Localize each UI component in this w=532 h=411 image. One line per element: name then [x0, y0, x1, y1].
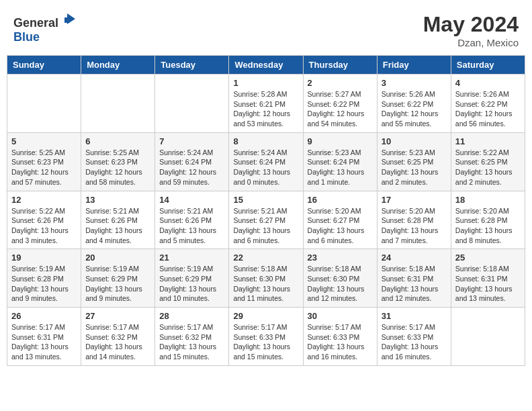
- svg-marker-0: [67, 13, 75, 24]
- day-number: 11: [455, 136, 521, 146]
- calendar-cell: 2Sunrise: 5:27 AM Sunset: 6:22 PM Daylig…: [303, 75, 377, 133]
- day-info: Sunrise: 5:24 AM Sunset: 6:24 PM Dayligh…: [233, 148, 298, 187]
- day-number: 9: [308, 136, 373, 146]
- calendar-cell: 6Sunrise: 5:25 AM Sunset: 6:23 PM Daylig…: [81, 132, 155, 191]
- calendar-header-row: SundayMondayTuesdayWednesdayThursdayFrid…: [7, 56, 525, 75]
- calendar-cell: 20Sunrise: 5:19 AM Sunset: 6:29 PM Dayli…: [81, 249, 155, 308]
- calendar-cell: 18Sunrise: 5:20 AM Sunset: 6:28 PM Dayli…: [451, 191, 525, 249]
- day-number: 10: [382, 136, 447, 146]
- col-header-monday: Monday: [81, 56, 155, 75]
- day-number: 8: [233, 136, 298, 146]
- day-number: 19: [11, 253, 77, 263]
- day-info: Sunrise: 5:20 AM Sunset: 6:28 PM Dayligh…: [382, 206, 447, 246]
- day-info: Sunrise: 5:25 AM Sunset: 6:23 PM Dayligh…: [11, 148, 77, 187]
- day-info: Sunrise: 5:18 AM Sunset: 6:31 PM Dayligh…: [455, 264, 521, 304]
- calendar-cell: [155, 75, 229, 133]
- col-header-wednesday: Wednesday: [229, 56, 303, 75]
- calendar-cell: 10Sunrise: 5:23 AM Sunset: 6:25 PM Dayli…: [377, 132, 451, 191]
- day-number: 6: [85, 136, 150, 146]
- day-info: Sunrise: 5:18 AM Sunset: 6:31 PM Dayligh…: [382, 264, 447, 304]
- calendar-week-row: 5Sunrise: 5:25 AM Sunset: 6:23 PM Daylig…: [7, 132, 525, 191]
- calendar-cell: 22Sunrise: 5:18 AM Sunset: 6:30 PM Dayli…: [229, 249, 303, 308]
- calendar-cell: 19Sunrise: 5:19 AM Sunset: 6:28 PM Dayli…: [7, 249, 81, 308]
- day-info: Sunrise: 5:18 AM Sunset: 6:30 PM Dayligh…: [308, 264, 373, 304]
- calendar-cell: 13Sunrise: 5:21 AM Sunset: 6:26 PM Dayli…: [81, 191, 155, 249]
- day-number: 2: [308, 78, 373, 88]
- logo-icon: [63, 12, 78, 27]
- logo-blue: Blue: [13, 30, 40, 44]
- day-info: Sunrise: 5:25 AM Sunset: 6:23 PM Dayligh…: [85, 148, 150, 187]
- calendar-cell: 24Sunrise: 5:18 AM Sunset: 6:31 PM Dayli…: [377, 249, 451, 308]
- calendar-cell: 7Sunrise: 5:24 AM Sunset: 6:24 PM Daylig…: [155, 132, 229, 191]
- calendar-cell: [451, 308, 525, 366]
- calendar-cell: 4Sunrise: 5:26 AM Sunset: 6:22 PM Daylig…: [451, 75, 525, 133]
- calendar-week-row: 1Sunrise: 5:28 AM Sunset: 6:21 PM Daylig…: [7, 75, 525, 133]
- calendar-cell: 27Sunrise: 5:17 AM Sunset: 6:32 PM Dayli…: [81, 308, 155, 366]
- month-title: May 2024: [423, 12, 519, 37]
- day-info: Sunrise: 5:22 AM Sunset: 6:26 PM Dayligh…: [11, 206, 77, 246]
- calendar-cell: 25Sunrise: 5:18 AM Sunset: 6:31 PM Dayli…: [451, 249, 525, 308]
- calendar-cell: 11Sunrise: 5:22 AM Sunset: 6:25 PM Dayli…: [451, 132, 525, 191]
- calendar-cell: [7, 75, 81, 133]
- calendar-cell: 26Sunrise: 5:17 AM Sunset: 6:31 PM Dayli…: [7, 308, 81, 366]
- day-info: Sunrise: 5:20 AM Sunset: 6:27 PM Dayligh…: [308, 206, 373, 246]
- svg-rect-1: [64, 17, 67, 23]
- calendar-table: SundayMondayTuesdayWednesdayThursdayFrid…: [7, 55, 525, 366]
- day-info: Sunrise: 5:21 AM Sunset: 6:26 PM Dayligh…: [85, 206, 150, 246]
- day-number: 20: [85, 253, 150, 263]
- logo: General Blue: [13, 12, 78, 44]
- day-number: 14: [159, 195, 224, 205]
- calendar-cell: 21Sunrise: 5:19 AM Sunset: 6:29 PM Dayli…: [155, 249, 229, 308]
- calendar-cell: 3Sunrise: 5:26 AM Sunset: 6:22 PM Daylig…: [377, 75, 451, 133]
- location-title: Dzan, Mexico: [423, 37, 519, 48]
- day-info: Sunrise: 5:23 AM Sunset: 6:25 PM Dayligh…: [382, 148, 447, 187]
- day-info: Sunrise: 5:19 AM Sunset: 6:29 PM Dayligh…: [159, 264, 224, 304]
- calendar-cell: 30Sunrise: 5:17 AM Sunset: 6:33 PM Dayli…: [303, 308, 377, 366]
- col-header-sunday: Sunday: [7, 56, 81, 75]
- col-header-saturday: Saturday: [451, 56, 525, 75]
- day-number: 31: [382, 311, 447, 321]
- calendar-cell: 15Sunrise: 5:21 AM Sunset: 6:27 PM Dayli…: [229, 191, 303, 249]
- day-info: Sunrise: 5:18 AM Sunset: 6:30 PM Dayligh…: [233, 264, 298, 304]
- day-info: Sunrise: 5:22 AM Sunset: 6:25 PM Dayligh…: [455, 148, 521, 187]
- day-number: 13: [85, 195, 150, 205]
- calendar-cell: 8Sunrise: 5:24 AM Sunset: 6:24 PM Daylig…: [229, 132, 303, 191]
- day-number: 1: [233, 78, 298, 88]
- day-info: Sunrise: 5:24 AM Sunset: 6:24 PM Dayligh…: [159, 148, 224, 187]
- calendar-week-row: 19Sunrise: 5:19 AM Sunset: 6:28 PM Dayli…: [7, 249, 525, 308]
- calendar-cell: 14Sunrise: 5:21 AM Sunset: 6:26 PM Dayli…: [155, 191, 229, 249]
- calendar-cell: 1Sunrise: 5:28 AM Sunset: 6:21 PM Daylig…: [229, 75, 303, 133]
- calendar-cell: 29Sunrise: 5:17 AM Sunset: 6:33 PM Dayli…: [229, 308, 303, 366]
- day-number: 24: [382, 253, 447, 263]
- calendar-week-row: 12Sunrise: 5:22 AM Sunset: 6:26 PM Dayli…: [7, 191, 525, 249]
- day-number: 5: [11, 136, 77, 146]
- day-number: 7: [159, 136, 224, 146]
- day-number: 27: [85, 311, 150, 321]
- day-number: 4: [455, 78, 521, 88]
- logo-text: General Blue: [13, 12, 78, 44]
- title-section: May 2024 Dzan, Mexico: [423, 12, 519, 48]
- day-info: Sunrise: 5:26 AM Sunset: 6:22 PM Dayligh…: [382, 89, 447, 129]
- day-info: Sunrise: 5:21 AM Sunset: 6:26 PM Dayligh…: [159, 206, 224, 246]
- calendar-cell: 9Sunrise: 5:23 AM Sunset: 6:24 PM Daylig…: [303, 132, 377, 191]
- day-info: Sunrise: 5:17 AM Sunset: 6:33 PM Dayligh…: [233, 322, 298, 362]
- day-number: 18: [455, 195, 521, 205]
- day-number: 3: [382, 78, 447, 88]
- day-info: Sunrise: 5:28 AM Sunset: 6:21 PM Dayligh…: [233, 89, 298, 129]
- day-number: 17: [382, 195, 447, 205]
- day-info: Sunrise: 5:17 AM Sunset: 6:32 PM Dayligh…: [159, 322, 224, 362]
- day-info: Sunrise: 5:17 AM Sunset: 6:32 PM Dayligh…: [85, 322, 150, 362]
- day-number: 16: [308, 195, 373, 205]
- calendar-cell: 12Sunrise: 5:22 AM Sunset: 6:26 PM Dayli…: [7, 191, 81, 249]
- day-info: Sunrise: 5:17 AM Sunset: 6:33 PM Dayligh…: [308, 322, 373, 362]
- day-info: Sunrise: 5:17 AM Sunset: 6:31 PM Dayligh…: [11, 322, 77, 362]
- day-number: 29: [233, 311, 298, 321]
- calendar-cell: 5Sunrise: 5:25 AM Sunset: 6:23 PM Daylig…: [7, 132, 81, 191]
- day-number: 25: [455, 253, 521, 263]
- col-header-tuesday: Tuesday: [155, 56, 229, 75]
- col-header-friday: Friday: [377, 56, 451, 75]
- day-number: 26: [11, 311, 77, 321]
- day-number: 21: [159, 253, 224, 263]
- calendar-cell: 28Sunrise: 5:17 AM Sunset: 6:32 PM Dayli…: [155, 308, 229, 366]
- day-number: 15: [233, 195, 298, 205]
